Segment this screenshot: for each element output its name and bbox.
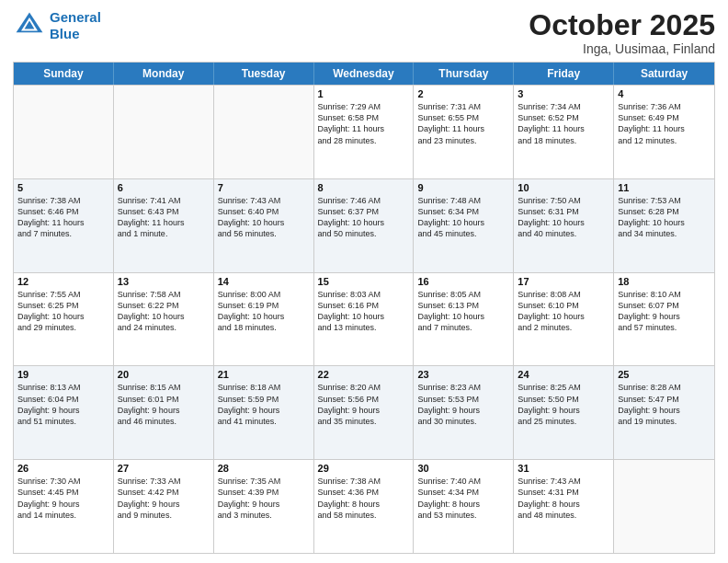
- calendar-cell-empty-4-6: [614, 460, 714, 553]
- weekday-header-friday: Friday: [514, 63, 614, 85]
- cell-info: Sunrise: 8:18 AM Sunset: 5:59 PM Dayligh…: [218, 382, 310, 427]
- logo-text: General Blue: [50, 9, 101, 42]
- day-number: 29: [318, 463, 410, 474]
- calendar-cell-30: 30Sunrise: 7:40 AM Sunset: 4:34 PM Dayli…: [414, 460, 514, 553]
- calendar-cell-7: 7Sunrise: 7:43 AM Sunset: 6:40 PM Daylig…: [214, 179, 314, 272]
- calendar-cell-8: 8Sunrise: 7:46 AM Sunset: 6:37 PM Daylig…: [314, 179, 415, 272]
- title-block: October 2025 Inga, Uusimaa, Finland: [529, 9, 715, 56]
- calendar-cell-17: 17Sunrise: 8:08 AM Sunset: 6:10 PM Dayli…: [514, 273, 614, 366]
- calendar-cell-18: 18Sunrise: 8:10 AM Sunset: 6:07 PM Dayli…: [614, 273, 714, 366]
- calendar-cell-25: 25Sunrise: 8:28 AM Sunset: 5:47 PM Dayli…: [614, 366, 714, 459]
- calendar-row-1: 5Sunrise: 7:38 AM Sunset: 6:46 PM Daylig…: [14, 178, 714, 272]
- cell-info: Sunrise: 7:40 AM Sunset: 4:34 PM Dayligh…: [417, 476, 509, 521]
- calendar-cell-31: 31Sunrise: 7:43 AM Sunset: 4:31 PM Dayli…: [514, 460, 614, 553]
- cell-info: Sunrise: 7:55 AM Sunset: 6:25 PM Dayligh…: [17, 289, 109, 334]
- day-number: 23: [417, 369, 509, 380]
- cell-info: Sunrise: 7:34 AM Sunset: 6:52 PM Dayligh…: [518, 101, 609, 146]
- cell-info: Sunrise: 7:38 AM Sunset: 6:46 PM Dayligh…: [17, 195, 109, 240]
- day-number: 12: [17, 276, 109, 287]
- cell-info: Sunrise: 7:33 AM Sunset: 4:42 PM Dayligh…: [118, 476, 210, 521]
- cell-info: Sunrise: 8:08 AM Sunset: 6:10 PM Dayligh…: [518, 289, 609, 334]
- cell-info: Sunrise: 7:31 AM Sunset: 6:55 PM Dayligh…: [417, 101, 509, 146]
- day-number: 31: [518, 463, 609, 474]
- cell-info: Sunrise: 8:13 AM Sunset: 6:04 PM Dayligh…: [17, 382, 109, 427]
- calendar: SundayMondayTuesdayWednesdayThursdayFrid…: [13, 62, 715, 554]
- calendar-cell-10: 10Sunrise: 7:50 AM Sunset: 6:31 PM Dayli…: [514, 179, 614, 272]
- day-number: 7: [218, 182, 310, 193]
- day-number: 24: [518, 369, 609, 380]
- calendar-cell-28: 28Sunrise: 7:35 AM Sunset: 4:39 PM Dayli…: [214, 460, 314, 553]
- calendar-cell-3: 3Sunrise: 7:34 AM Sunset: 6:52 PM Daylig…: [514, 86, 614, 178]
- day-number: 11: [618, 182, 711, 193]
- day-number: 17: [518, 276, 609, 287]
- calendar-cell-19: 19Sunrise: 8:13 AM Sunset: 6:04 PM Dayli…: [14, 366, 114, 459]
- page-container: General Blue October 2025 Inga, Uusimaa,…: [0, 0, 728, 563]
- calendar-cell-20: 20Sunrise: 8:15 AM Sunset: 6:01 PM Dayli…: [114, 366, 214, 459]
- location-title: Inga, Uusimaa, Finland: [529, 41, 715, 56]
- day-number: 27: [118, 463, 210, 474]
- day-number: 6: [118, 182, 210, 193]
- day-number: 13: [118, 276, 210, 287]
- calendar-cell-13: 13Sunrise: 7:58 AM Sunset: 6:22 PM Dayli…: [114, 273, 214, 366]
- cell-info: Sunrise: 7:35 AM Sunset: 4:39 PM Dayligh…: [218, 476, 310, 521]
- day-number: 26: [17, 463, 109, 474]
- cell-info: Sunrise: 7:38 AM Sunset: 4:36 PM Dayligh…: [318, 476, 410, 521]
- calendar-cell-14: 14Sunrise: 8:00 AM Sunset: 6:19 PM Dayli…: [214, 273, 314, 366]
- calendar-row-3: 19Sunrise: 8:13 AM Sunset: 6:04 PM Dayli…: [14, 365, 714, 459]
- day-number: 2: [417, 88, 509, 99]
- cell-info: Sunrise: 8:25 AM Sunset: 5:50 PM Dayligh…: [518, 382, 609, 427]
- calendar-cell-27: 27Sunrise: 7:33 AM Sunset: 4:42 PM Dayli…: [114, 460, 214, 553]
- calendar-cell-2: 2Sunrise: 7:31 AM Sunset: 6:55 PM Daylig…: [414, 86, 514, 178]
- calendar-cell-22: 22Sunrise: 8:20 AM Sunset: 5:56 PM Dayli…: [314, 366, 415, 459]
- calendar-row-4: 26Sunrise: 7:30 AM Sunset: 4:45 PM Dayli…: [14, 459, 714, 553]
- calendar-cell-23: 23Sunrise: 8:23 AM Sunset: 5:53 PM Dayli…: [414, 366, 514, 459]
- calendar-cell-12: 12Sunrise: 7:55 AM Sunset: 6:25 PM Dayli…: [14, 273, 114, 366]
- day-number: 4: [618, 88, 711, 99]
- day-number: 19: [17, 369, 109, 380]
- calendar-cell-16: 16Sunrise: 8:05 AM Sunset: 6:13 PM Dayli…: [414, 273, 514, 366]
- cell-info: Sunrise: 7:43 AM Sunset: 6:40 PM Dayligh…: [218, 195, 310, 240]
- logo: General Blue: [13, 9, 101, 42]
- cell-info: Sunrise: 7:46 AM Sunset: 6:37 PM Dayligh…: [318, 195, 410, 240]
- calendar-header: SundayMondayTuesdayWednesdayThursdayFrid…: [14, 63, 714, 85]
- day-number: 8: [318, 182, 410, 193]
- calendar-cell-21: 21Sunrise: 8:18 AM Sunset: 5:59 PM Dayli…: [214, 366, 314, 459]
- page-header: General Blue October 2025 Inga, Uusimaa,…: [13, 9, 715, 56]
- day-number: 16: [417, 276, 509, 287]
- calendar-cell-empty-0-0: [14, 86, 114, 178]
- calendar-body: 1Sunrise: 7:29 AM Sunset: 6:58 PM Daylig…: [14, 85, 714, 553]
- calendar-cell-24: 24Sunrise: 8:25 AM Sunset: 5:50 PM Dayli…: [514, 366, 614, 459]
- weekday-header-monday: Monday: [114, 63, 214, 85]
- cell-info: Sunrise: 7:58 AM Sunset: 6:22 PM Dayligh…: [118, 289, 210, 334]
- day-number: 25: [618, 369, 711, 380]
- day-number: 21: [218, 369, 310, 380]
- cell-info: Sunrise: 8:05 AM Sunset: 6:13 PM Dayligh…: [417, 289, 509, 334]
- cell-info: Sunrise: 7:50 AM Sunset: 6:31 PM Dayligh…: [518, 195, 609, 240]
- calendar-row-0: 1Sunrise: 7:29 AM Sunset: 6:58 PM Daylig…: [14, 85, 714, 178]
- weekday-header-wednesday: Wednesday: [314, 63, 415, 85]
- day-number: 18: [618, 276, 711, 287]
- day-number: 28: [218, 463, 310, 474]
- day-number: 22: [318, 369, 410, 380]
- cell-info: Sunrise: 8:10 AM Sunset: 6:07 PM Dayligh…: [618, 289, 711, 334]
- cell-info: Sunrise: 7:29 AM Sunset: 6:58 PM Dayligh…: [318, 101, 410, 146]
- cell-info: Sunrise: 8:28 AM Sunset: 5:47 PM Dayligh…: [618, 382, 711, 427]
- calendar-cell-5: 5Sunrise: 7:38 AM Sunset: 6:46 PM Daylig…: [14, 179, 114, 272]
- day-number: 15: [318, 276, 410, 287]
- calendar-cell-1: 1Sunrise: 7:29 AM Sunset: 6:58 PM Daylig…: [314, 86, 415, 178]
- calendar-cell-29: 29Sunrise: 7:38 AM Sunset: 4:36 PM Dayli…: [314, 460, 415, 553]
- weekday-header-saturday: Saturday: [614, 63, 714, 85]
- weekday-header-sunday: Sunday: [14, 63, 114, 85]
- day-number: 9: [417, 182, 509, 193]
- cell-info: Sunrise: 8:20 AM Sunset: 5:56 PM Dayligh…: [318, 382, 410, 427]
- day-number: 5: [17, 182, 109, 193]
- cell-info: Sunrise: 8:00 AM Sunset: 6:19 PM Dayligh…: [218, 289, 310, 334]
- day-number: 3: [518, 88, 609, 99]
- cell-info: Sunrise: 8:23 AM Sunset: 5:53 PM Dayligh…: [417, 382, 509, 427]
- calendar-cell-9: 9Sunrise: 7:48 AM Sunset: 6:34 PM Daylig…: [414, 179, 514, 272]
- weekday-header-thursday: Thursday: [414, 63, 514, 85]
- logo-icon: [13, 9, 46, 42]
- calendar-row-2: 12Sunrise: 7:55 AM Sunset: 6:25 PM Dayli…: [14, 272, 714, 366]
- day-number: 10: [518, 182, 609, 193]
- calendar-cell-26: 26Sunrise: 7:30 AM Sunset: 4:45 PM Dayli…: [14, 460, 114, 553]
